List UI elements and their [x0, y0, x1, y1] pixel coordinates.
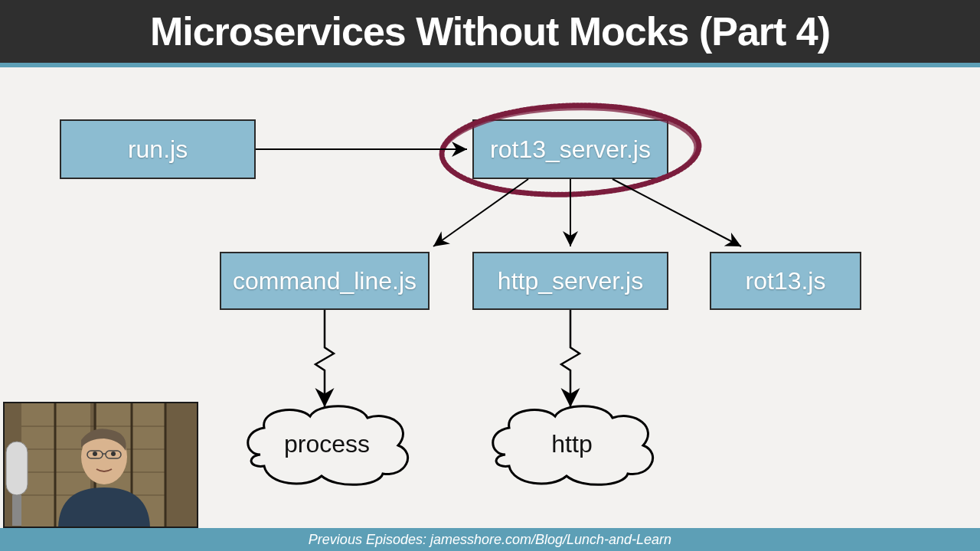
node-label: command_line.js — [233, 267, 416, 295]
node-rot13: rot13.js — [710, 252, 861, 310]
svg-rect-14 — [12, 495, 21, 526]
node-run: run.js — [60, 119, 256, 179]
presenter-webcam — [3, 402, 198, 528]
edge-server-to-rot13 — [612, 179, 741, 246]
svg-point-16 — [93, 452, 97, 456]
node-http-server: http_server.js — [472, 252, 668, 310]
svg-point-17 — [111, 452, 116, 456]
cloud-process-label: process — [250, 430, 403, 458]
node-label: http_server.js — [498, 267, 643, 295]
node-rot13-server: rot13_server.js — [472, 119, 668, 179]
node-label: rot13_server.js — [490, 135, 651, 164]
node-label: run.js — [128, 135, 188, 164]
footer-text: Previous Episodes: jamesshore.com/Blog/L… — [309, 532, 671, 548]
edge-cmdline-to-process — [315, 310, 334, 407]
svg-rect-13 — [6, 442, 28, 495]
cloud-http-label: http — [495, 430, 648, 458]
title-bar: Microservices Without Mocks (Part 4) — [0, 0, 980, 67]
footer-bar: Previous Episodes: jamesshore.com/Blog/L… — [0, 528, 980, 551]
node-command-line: command_line.js — [220, 252, 430, 310]
page-title: Microservices Without Mocks (Part 4) — [150, 8, 830, 54]
edge-server-to-cmdline — [433, 179, 528, 246]
node-label: rot13.js — [746, 267, 826, 295]
edge-httpserver-to-http — [561, 310, 580, 407]
